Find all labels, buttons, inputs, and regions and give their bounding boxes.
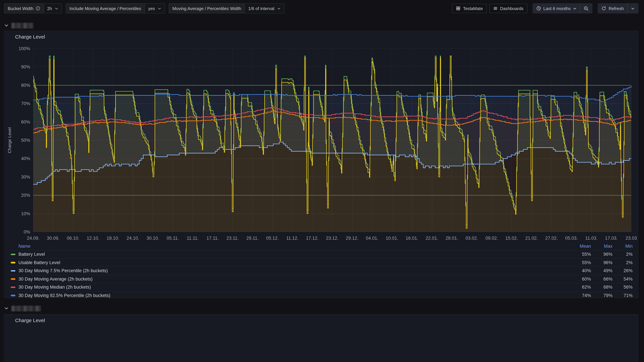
y-axis-tick-label: 50% xyxy=(21,138,30,143)
time-range-label: Last 6 months xyxy=(544,6,571,11)
y-axis-tick-label: 0% xyxy=(24,229,30,234)
y-axis-tick-label: 70% xyxy=(21,101,30,106)
legend-header-mean[interactable]: Mean xyxy=(570,244,591,249)
legend-swatch-icon xyxy=(11,262,16,263)
legend-swatch-icon xyxy=(11,295,16,296)
x-axis-tick-label: 16.01. xyxy=(406,236,418,241)
legend-header-row: NameMeanMaxMin xyxy=(9,242,632,250)
teslamate-button[interactable]: TeslaMate xyxy=(452,4,487,13)
legend-series-name[interactable]: Battery Level xyxy=(9,252,570,257)
legend-row[interactable]: Battery Level55%96%2% xyxy=(9,250,632,258)
chevron-down-icon xyxy=(573,6,577,10)
chevron-down-icon[interactable] xyxy=(4,23,9,28)
y-axis-tick-label: 60% xyxy=(21,119,30,124)
legend-row[interactable]: 30 Day Moving Average (2h buckets)60%66%… xyxy=(9,275,632,283)
legend-min-value: 54% xyxy=(612,277,632,282)
x-axis-tick-label: 18.10. xyxy=(107,236,119,241)
zoom-out-icon xyxy=(584,6,589,11)
legend-series-name[interactable]: 30 Day Moving 92.5% Percentile (2h bucke… xyxy=(9,293,570,298)
time-picker-group: Last 6 months xyxy=(533,3,592,13)
legend-series-name[interactable]: Usable Battery Level xyxy=(9,260,570,265)
x-axis-tick-label: 17.03. xyxy=(605,236,618,241)
var-bucket-width: Bucket Width 2h xyxy=(4,3,62,13)
legend-series-name[interactable]: 30 Day Moving Median (2h buckets) xyxy=(9,285,570,290)
row-header-1[interactable] xyxy=(4,21,34,29)
y-axis-title: Charge Level xyxy=(7,127,12,153)
x-axis-tick-label: 23.12. xyxy=(326,236,338,241)
legend-row[interactable]: 30 Day Moving 7.5% Percentile (2h bucket… xyxy=(9,267,632,275)
var-include-value[interactable]: yes xyxy=(144,4,164,13)
refresh-button[interactable]: Refresh xyxy=(598,4,627,13)
x-axis-tick-label: 05.12. xyxy=(266,236,279,241)
x-axis-tick-label: 11.11. xyxy=(187,236,198,241)
legend-row[interactable]: 30 Day Moving Median (2h buckets)62%68%5… xyxy=(9,283,632,291)
legend-row[interactable]: 30 Day Moving 92.5% Percentile (2h bucke… xyxy=(9,291,632,299)
dashboards-button[interactable]: Dashboards xyxy=(489,4,527,13)
x-axis-tick-label: 23.11. xyxy=(226,236,239,241)
legend-header-min[interactable]: Min xyxy=(612,244,632,249)
legend-series-name[interactable]: 30 Day Moving 7.5% Percentile (2h bucket… xyxy=(9,268,570,273)
legend-row[interactable]: Usable Battery Level55%96%2% xyxy=(9,258,632,267)
x-axis-tick-label: 10.01. xyxy=(386,236,398,241)
x-axis-tick-label: 09.02. xyxy=(485,236,498,241)
x-axis-tick-label: 22.01. xyxy=(426,236,438,241)
dashboard-toolbar: Bucket Width 2h Include Moving Average /… xyxy=(4,4,638,13)
x-axis-tick-label: 24.10. xyxy=(126,236,139,241)
legend-mean-value: 55% xyxy=(570,260,591,265)
teslamate-button-label: TeslaMate xyxy=(463,6,483,11)
panel-title[interactable]: Charge Level xyxy=(15,318,45,323)
legend-min-value: 2% xyxy=(612,260,632,265)
chevron-down-icon xyxy=(55,6,58,10)
x-axis-tick-label: 29.12. xyxy=(346,236,358,241)
legend-swatch-icon xyxy=(11,270,16,272)
chevron-down-icon xyxy=(631,6,634,10)
legend-series-name[interactable]: 30 Day Moving Average (2h buckets) xyxy=(9,277,570,282)
x-axis-tick-label: 27.02. xyxy=(545,236,558,241)
legend-min-value: 56% xyxy=(612,285,632,290)
legend-min-value: 2% xyxy=(612,252,632,257)
dashboards-list-icon xyxy=(493,6,498,11)
var-value-text: 1/6 of interval xyxy=(248,6,274,11)
zoom-out-button[interactable] xyxy=(580,4,592,13)
x-axis-tick-label: 30.10. xyxy=(146,236,159,241)
x-axis-tick-label: 05.03. xyxy=(565,236,578,241)
legend-mean-value: 74% xyxy=(570,293,591,298)
legend-swatch-icon xyxy=(11,286,16,288)
refresh-interval-dropdown[interactable] xyxy=(627,4,638,13)
legend-max-value: 96% xyxy=(591,260,612,265)
var-value-text: yes xyxy=(148,6,155,11)
var-bucket-width-value[interactable]: 2h xyxy=(44,4,62,13)
var-label-text: Moving Average / Percentiles Width xyxy=(172,6,241,11)
charge-level-panel-2: Charge Level xyxy=(4,314,638,362)
info-circle-icon[interactable] xyxy=(36,6,40,11)
x-axis-tick-label: 04.01. xyxy=(366,236,378,241)
legend-max-value: 79% xyxy=(591,293,612,298)
x-axis-tick-label: 15.02. xyxy=(505,236,518,241)
chevron-down-icon[interactable] xyxy=(4,306,9,311)
legend-swatch-icon xyxy=(11,278,16,280)
var-label-text: Bucket Width xyxy=(8,6,33,11)
panel-title[interactable]: Charge Level xyxy=(15,34,45,39)
x-axis-tick-label: 05.11. xyxy=(167,236,179,241)
charge-level-chart[interactable]: 0%10%20%30%40%50%60%70%80%90%100%24.09.3… xyxy=(4,42,638,243)
var-ma-width-value[interactable]: 1/6 of interval xyxy=(244,4,284,13)
x-axis-tick-label: 17.11. xyxy=(206,236,219,241)
charge-level-panel: Charge Level 0%10%20%30%40%50%60%70%80%9… xyxy=(4,31,638,298)
clock-icon xyxy=(536,6,541,11)
chevron-down-icon xyxy=(277,6,281,10)
legend-max-value: 49% xyxy=(591,268,612,273)
x-axis-tick-label: 24.09. xyxy=(27,236,40,241)
time-range-button[interactable]: Last 6 months xyxy=(533,4,580,13)
legend-header-max[interactable]: Max xyxy=(591,244,612,249)
legend-min-value: 26% xyxy=(612,268,632,273)
legend-mean-value: 55% xyxy=(570,252,591,257)
x-axis-tick-label: 11.12. xyxy=(286,236,298,241)
x-axis-tick-label: 30.09. xyxy=(47,236,59,241)
x-axis-tick-label: 03.02. xyxy=(466,236,478,241)
legend-header-name[interactable]: Name xyxy=(9,244,570,249)
chart-legend: NameMeanMaxMinBattery Level55%96%2%Usabl… xyxy=(9,242,632,299)
var-include-moving-average: Include Moving Average / Percentiles yes xyxy=(66,3,165,13)
y-axis-tick-label: 90% xyxy=(21,64,30,69)
row-header-2[interactable] xyxy=(4,304,41,312)
legend-max-value: 66% xyxy=(591,277,612,282)
